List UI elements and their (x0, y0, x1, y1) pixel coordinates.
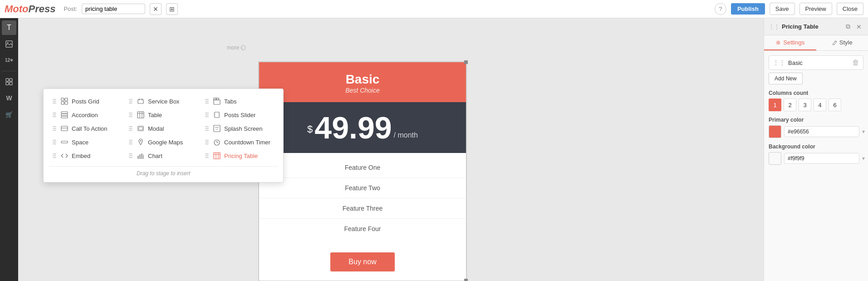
widget-modal[interactable]: Modal (125, 122, 201, 135)
panel-tabs: Settings Style (764, 35, 868, 51)
background-color-label: Background color (769, 143, 863, 150)
widget-accordion[interactable]: Accordion (49, 108, 125, 122)
svg-rect-26 (214, 113, 215, 117)
google-maps-label: Google Maps (148, 139, 183, 146)
svg-rect-34 (216, 129, 218, 130)
svg-rect-25 (215, 112, 219, 118)
resize-handle-top-right[interactable] (464, 60, 468, 64)
widget-posts-slider[interactable]: Posts Slider (201, 108, 278, 122)
pricing-table-card[interactable]: Basic Best Choice $ 49.99 / month Featur… (258, 61, 467, 281)
svg-rect-8 (61, 98, 64, 101)
svg-rect-31 (139, 127, 142, 130)
splash-screen-icon (213, 124, 221, 133)
svg-rect-35 (61, 141, 68, 143)
sidebar-tool-numbers[interactable]: 12⊕ (2, 53, 16, 68)
svg-rect-44 (214, 153, 220, 159)
style-tab-label: Style (839, 39, 853, 46)
svg-rect-33 (215, 127, 219, 128)
svg-rect-10 (61, 102, 64, 104)
add-block-button[interactable]: ⊞ (166, 3, 178, 15)
svg-rect-40 (137, 156, 139, 159)
embed-icon (60, 152, 69, 160)
pricing-table-label: Pricing Table (224, 153, 258, 159)
pricing-amount: $ 49.99 / month (259, 102, 466, 153)
primary-color-swatch[interactable] (769, 125, 781, 138)
background-color-input[interactable] (784, 153, 859, 164)
canvas-area[interactable]: more i Posts Grid (18, 18, 764, 281)
widget-embed[interactable]: Embed (49, 149, 125, 163)
col-count-1[interactable]: 1 (769, 99, 781, 111)
column-item-delete-button[interactable]: 🗑 (852, 59, 859, 67)
chart-label: Chart (148, 153, 162, 159)
background-color-swatch[interactable] (769, 152, 781, 165)
pricing-period: / month (394, 131, 418, 139)
col-count-6[interactable]: 6 (829, 99, 841, 111)
sidebar-tool-widget[interactable] (2, 74, 16, 89)
add-new-button[interactable]: Add New (769, 73, 803, 84)
topbar: MotoPress Post: ✕ ⊞ ? Publish Save Previ… (0, 0, 868, 18)
tab-settings[interactable]: Settings (764, 35, 816, 50)
style-icon (832, 40, 837, 45)
column-item-drag[interactable]: ⋮⋮ (773, 59, 785, 66)
widget-tabs[interactable]: Tabs (201, 94, 278, 108)
service-box-label: Service Box (148, 98, 179, 105)
widget-pricing-table[interactable]: Pricing Table (201, 149, 278, 163)
widget-space[interactable]: Space (49, 135, 125, 149)
sidebar-tool-woo[interactable]: 🛒 (2, 107, 16, 122)
widget-splash-screen[interactable]: Splash Screen (201, 122, 278, 135)
pricing-feature-3: Feature Three (259, 198, 466, 219)
publish-button[interactable]: Publish (731, 3, 765, 15)
save-button[interactable]: Save (770, 3, 795, 15)
widget-countdown-timer[interactable]: Countdown Timer (201, 135, 278, 149)
sidebar-tool-wp[interactable]: W (2, 91, 16, 105)
pricing-price: 49.99 (314, 112, 392, 143)
svg-rect-42 (141, 153, 142, 159)
svg-rect-41 (139, 154, 141, 159)
sidebar-tool-text[interactable]: T (2, 20, 16, 35)
primary-color-dropdown[interactable]: ▾ (862, 128, 865, 135)
panel-expand-button[interactable]: ⧉ (844, 22, 852, 31)
main-area: T 12⊕ W 🛒 more i (0, 18, 868, 281)
help-button[interactable]: ? (715, 3, 726, 15)
settings-icon (775, 40, 781, 45)
space-label: Space (72, 139, 88, 146)
posts-grid-icon (60, 97, 69, 105)
col-count-3[interactable]: 3 (799, 99, 811, 111)
countdown-timer-label: Countdown Timer (224, 139, 270, 146)
svg-rect-4 (6, 82, 9, 85)
col-count-2[interactable]: 2 (784, 99, 796, 111)
embed-label: Embed (72, 153, 90, 159)
close-button[interactable]: Close (837, 3, 863, 15)
resize-handle-bottom-right[interactable] (464, 279, 468, 281)
pricing-cta-button[interactable]: Buy now (330, 252, 394, 271)
widget-posts-grid[interactable]: Posts Grid (49, 94, 125, 108)
widget-google-maps[interactable]: Google Maps (125, 135, 201, 149)
background-color-dropdown[interactable]: ▾ (862, 155, 865, 162)
svg-rect-28 (61, 126, 68, 131)
post-title-input[interactable] (82, 4, 145, 14)
sidebar-tool-image[interactable] (2, 37, 16, 51)
countdown-timer-icon (213, 138, 221, 146)
pricing-features: Feature One Feature Two Feature Three Fe… (259, 153, 466, 243)
svg-rect-17 (216, 98, 219, 100)
widget-table[interactable]: Table (125, 108, 201, 122)
right-panel-header: ⋮⋮ Pricing Table ⧉ ✕ (764, 18, 868, 35)
panel-close-button[interactable]: ✕ (854, 22, 863, 31)
primary-color-input[interactable] (784, 126, 859, 137)
preview-button[interactable]: Preview (799, 3, 832, 15)
tabs-icon (213, 97, 221, 105)
table-icon (137, 111, 145, 119)
svg-rect-15 (214, 100, 220, 104)
pricing-subtitle: Best Choice (268, 87, 457, 94)
widget-call-to-action[interactable]: Call To Action (49, 122, 125, 135)
clear-post-button[interactable]: ✕ (150, 3, 162, 15)
right-panel: ⋮⋮ Pricing Table ⧉ ✕ Settings Style (764, 18, 868, 281)
call-to-action-label: Call To Action (72, 125, 108, 132)
widget-service-box[interactable]: Service Box (125, 94, 201, 108)
tab-style[interactable]: Style (816, 35, 868, 50)
primary-color-label: Primary color (769, 117, 863, 123)
col-count-4[interactable]: 4 (814, 99, 826, 111)
widget-chart[interactable]: Chart (125, 149, 201, 163)
call-to-action-icon (60, 124, 69, 133)
columns-count-label: Columns count (769, 90, 863, 96)
